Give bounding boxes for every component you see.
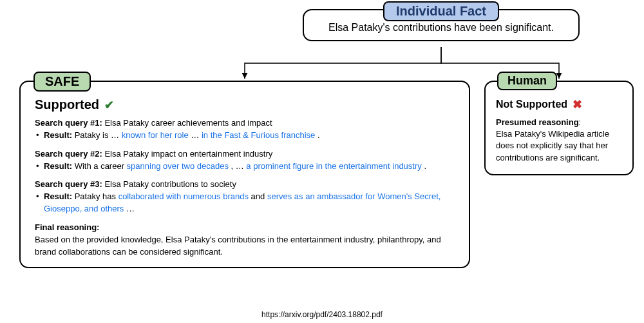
result-pre: Pataky is … xyxy=(75,130,119,140)
result-row: Result: Pataky is … known for her role …… xyxy=(35,130,455,142)
human-reason-label: Presumed reasoning xyxy=(496,117,579,127)
result-mid: , … xyxy=(231,161,247,171)
human-verdict-row: Not Supported ✖ xyxy=(496,97,622,112)
human-verdict: Not Supported xyxy=(496,99,567,110)
query-label: Search query #3: xyxy=(35,179,102,189)
result-post: . xyxy=(424,161,426,171)
result-mid: … xyxy=(191,130,202,140)
check-icon: ✔ xyxy=(104,98,114,112)
human-box: Human Not Supported ✖ Presumed reasoning… xyxy=(484,81,634,175)
result-link: in the Fast & Furious franchise xyxy=(202,130,315,140)
safe-verdict-row: Supported ✔ xyxy=(35,97,455,112)
result-link: spanning over two decades xyxy=(127,161,229,171)
search-query-2: Search query #2: Elsa Pataky impact on e… xyxy=(35,148,455,173)
human-reasoning: Presumed reasoning: Elsa Pataky's Wikipe… xyxy=(496,117,622,164)
result-row: Result: With a career spanning over two … xyxy=(35,161,455,173)
search-query-1: Search query #1: Elsa Pataky career achi… xyxy=(35,117,455,142)
result-post: … xyxy=(126,204,135,213)
result-pre: Pataky has xyxy=(75,191,118,201)
individual-fact-title: Individual Fact xyxy=(383,1,499,21)
query-text: Elsa Pataky contributions to society xyxy=(104,179,236,189)
result-link: known for her role xyxy=(122,130,189,140)
query-label: Search query #2: xyxy=(35,149,102,159)
individual-fact-box: Individual Fact Elsa Pataky's contributi… xyxy=(303,9,580,41)
result-label: Result: xyxy=(44,130,72,140)
result-link: a prominent figure in the entertainment … xyxy=(246,161,421,171)
safe-verdict: Supported xyxy=(35,97,99,112)
safe-box: SAFE Supported ✔ Search query #1: Elsa P… xyxy=(19,81,470,268)
result-label: Result: xyxy=(44,161,72,171)
result-label: Result: xyxy=(44,191,72,201)
search-query-3: Search query #3: Elsa Pataky contributio… xyxy=(35,179,455,215)
result-mid: and xyxy=(251,191,267,201)
source-url: https://arxiv.org/pdf/2403.18802.pdf xyxy=(261,310,383,319)
human-reason-text: Elsa Pataky's Wikipedia article does not… xyxy=(496,128,622,164)
human-title: Human xyxy=(497,72,557,90)
cross-icon: ✖ xyxy=(573,97,582,112)
final-text: Based on the provided knowledge, Elsa Pa… xyxy=(35,234,455,259)
query-text: Elsa Pataky career achievements and impa… xyxy=(104,118,272,128)
query-label: Search query #1: xyxy=(35,118,102,128)
result-link: collaborated with numerous brands xyxy=(118,191,249,201)
result-post: . xyxy=(317,130,320,140)
safe-title: SAFE xyxy=(33,72,91,92)
final-reasoning: Final reasoning: Based on the provided k… xyxy=(35,222,455,259)
result-row: Result: Pataky has collaborated with num… xyxy=(35,191,455,215)
query-text: Elsa Pataky impact on entertainment indu… xyxy=(104,149,272,159)
final-label: Final reasoning: xyxy=(35,222,455,234)
result-pre: With a career xyxy=(75,161,127,171)
